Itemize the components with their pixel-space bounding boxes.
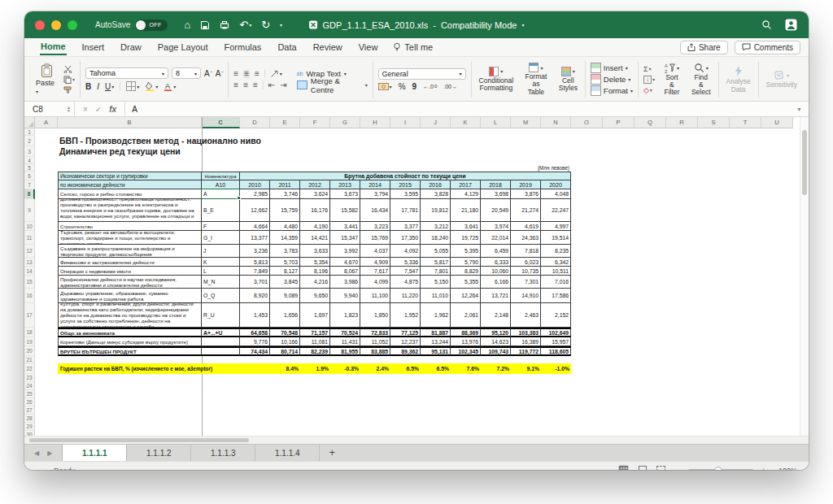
- value-r9-2013[interactable]: 15,582: [330, 199, 360, 222]
- value-r17-2010[interactable]: 1,453: [240, 303, 270, 328]
- zoom-in-button[interactable]: +: [761, 466, 766, 471]
- row-code-r14[interactable]: L: [202, 267, 240, 276]
- minimize-window-button[interactable]: [51, 20, 61, 30]
- value-r10-2018[interactable]: 3,974: [481, 222, 511, 231]
- value-r11-2017[interactable]: 19,725: [451, 231, 481, 245]
- name-box-stepper[interactable]: ▲▼: [67, 106, 71, 112]
- value-r10-2020[interactable]: 4,997: [541, 222, 571, 231]
- value-r9-2010[interactable]: 12,662: [240, 199, 270, 222]
- value-r17-2016[interactable]: 1,962: [421, 303, 451, 328]
- value-r16-2019[interactable]: 14,910: [511, 289, 541, 303]
- row-label-r8[interactable]: Селско, горско и рибно стопанство: [58, 189, 202, 199]
- column-header-G[interactable]: G: [330, 117, 360, 128]
- zoom-slider-thumb[interactable]: [714, 467, 722, 471]
- row-header-10[interactable]: 10: [24, 222, 35, 231]
- value-r19-2015[interactable]: 12,237: [390, 337, 421, 346]
- vertical-scrollbar-thumb[interactable]: [802, 130, 807, 195]
- autosave-toggle[interactable]: OFF: [135, 20, 168, 31]
- value-r16-2017[interactable]: 12,264: [451, 289, 481, 303]
- value-r12-2013[interactable]: 3,992: [330, 245, 360, 258]
- value-r12-2011[interactable]: 3,783: [270, 245, 300, 258]
- value-r18-2018[interactable]: 95,120: [481, 328, 511, 337]
- column-header-I[interactable]: I: [390, 117, 421, 128]
- value-r19-2017[interactable]: 13,976: [451, 337, 481, 346]
- value-r20-2017[interactable]: 102,345: [451, 346, 481, 356]
- value-r10-2015[interactable]: 3,377: [390, 222, 421, 231]
- zoom-out-button[interactable]: −: [674, 466, 679, 471]
- value-r18-2012[interactable]: 71,157: [300, 328, 330, 337]
- value-r19-2016[interactable]: 13,244: [421, 337, 451, 346]
- value-r8-2018[interactable]: 3,698: [481, 189, 511, 199]
- year-header-2012[interactable]: 2012: [300, 180, 330, 189]
- value-r9-2018[interactable]: 20,549: [481, 199, 511, 222]
- row-header-26[interactable]: 26: [24, 398, 35, 406]
- row-label-r19[interactable]: Корективи (Данъци минус субсидии върху п…: [58, 337, 202, 346]
- sheet-tab-1.1.1.2[interactable]: 1.1.1.2: [127, 445, 191, 461]
- row-code-r18[interactable]: A+...+U: [202, 328, 240, 337]
- value-r13-2017[interactable]: 5,790: [451, 258, 481, 267]
- table-header-gva-title[interactable]: Брутна добавена стойност по текущи цени: [240, 172, 571, 180]
- value-r11-2013[interactable]: 15,347: [330, 231, 360, 245]
- bold-button[interactable]: B: [85, 82, 91, 91]
- sheet-tab-1.1.1.1[interactable]: 1.1.1.1: [62, 445, 127, 461]
- column-header-B[interactable]: B: [58, 117, 202, 128]
- value-r18-2016[interactable]: 81,887: [421, 328, 451, 337]
- year-header-2015[interactable]: 2015: [390, 180, 421, 189]
- account-avatar[interactable]: [785, 19, 797, 31]
- value-r14-2018[interactable]: 10,060: [481, 267, 511, 276]
- row-header-6[interactable]: 6: [24, 172, 35, 180]
- value-r8-2012[interactable]: 3,624: [300, 189, 330, 199]
- value-r19-2014[interactable]: 11,052: [360, 337, 390, 346]
- value-r10-2014[interactable]: 3,223: [360, 222, 390, 231]
- value-r19-2012[interactable]: 11,081: [300, 337, 330, 346]
- column-header-T[interactable]: T: [730, 117, 761, 128]
- value-r18-2019[interactable]: 103,383: [511, 328, 541, 337]
- decrease-decimal-button[interactable]: .00→: [443, 84, 457, 89]
- cut-button[interactable]: [63, 64, 75, 73]
- sensitivity-button[interactable]: ▾ Sensitivity: [764, 70, 800, 89]
- value-r20-2015[interactable]: 89,362: [390, 346, 421, 356]
- value-r18-2013[interactable]: 70,524: [330, 328, 360, 337]
- row-code-r13[interactable]: K: [202, 258, 240, 267]
- comma-format-button[interactable]: 9: [412, 82, 417, 91]
- value-r12-2016[interactable]: 5,055: [421, 245, 451, 258]
- menu-tab-insert[interactable]: Insert: [81, 40, 106, 54]
- value-r14-2020[interactable]: 10,511: [541, 267, 571, 276]
- row-header-11[interactable]: 11: [24, 231, 35, 245]
- column-header-P[interactable]: P: [603, 117, 635, 128]
- value-r12-2020[interactable]: 8,235: [541, 245, 571, 258]
- value-r20-2020[interactable]: 118,605: [541, 346, 571, 356]
- value-r14-2012[interactable]: 8,196: [300, 267, 330, 276]
- value-r18-2017[interactable]: 88,369: [451, 328, 481, 337]
- value-r14-2010[interactable]: 7,849: [240, 267, 270, 276]
- tell-me[interactable]: Tell me: [393, 42, 433, 52]
- horizontal-scrollbar-thumb[interactable]: [29, 438, 249, 442]
- value-r10-2012[interactable]: 4,190: [300, 222, 330, 231]
- year-header-2013[interactable]: 2013: [330, 180, 360, 189]
- value-r15-2020[interactable]: 7,016: [541, 276, 571, 289]
- fill-button[interactable]: ↓▾: [643, 75, 655, 84]
- value-r11-2020[interactable]: 19,514: [541, 231, 571, 245]
- value-r9-2011[interactable]: 15,759: [270, 199, 300, 222]
- value-r14-2011[interactable]: 8,127: [270, 267, 300, 276]
- value-r17-2011[interactable]: 1,656: [270, 303, 300, 328]
- find-select-button[interactable]: ▾ Find &Select: [689, 63, 713, 97]
- insert-function-icon[interactable]: fx: [109, 105, 116, 114]
- value-r15-2013[interactable]: 3,986: [330, 276, 360, 289]
- horizontal-scrollbar[interactable]: [24, 436, 809, 444]
- align-bottom-button[interactable]: ≡: [255, 70, 259, 78]
- row-code-r11[interactable]: G_I: [202, 231, 240, 245]
- sheet-grid[interactable]: ABCDEFGHIJKLMNOPQRSTU1234567891011121314…: [24, 117, 800, 436]
- decrease-font-button[interactable]: Aˇ: [216, 69, 224, 78]
- value-r18-2014[interactable]: 72,833: [360, 328, 390, 337]
- clear-button[interactable]: ◇▾: [643, 85, 655, 94]
- value-r14-2015[interactable]: 7,547: [390, 267, 421, 276]
- value-r13-2018[interactable]: 6,333: [481, 258, 511, 267]
- percent-format-button[interactable]: %: [399, 82, 406, 91]
- value-r19-2019[interactable]: 16,389: [511, 337, 541, 346]
- row-header-20[interactable]: 20: [24, 346, 35, 356]
- underline-button[interactable]: U▾: [105, 82, 114, 91]
- row-label-r15[interactable]: Професионални дейности и научни изследва…: [58, 276, 202, 289]
- value-r12-2018[interactable]: 6,459: [481, 245, 511, 258]
- row-label-r14[interactable]: Операции с недвижими имоти: [58, 267, 202, 276]
